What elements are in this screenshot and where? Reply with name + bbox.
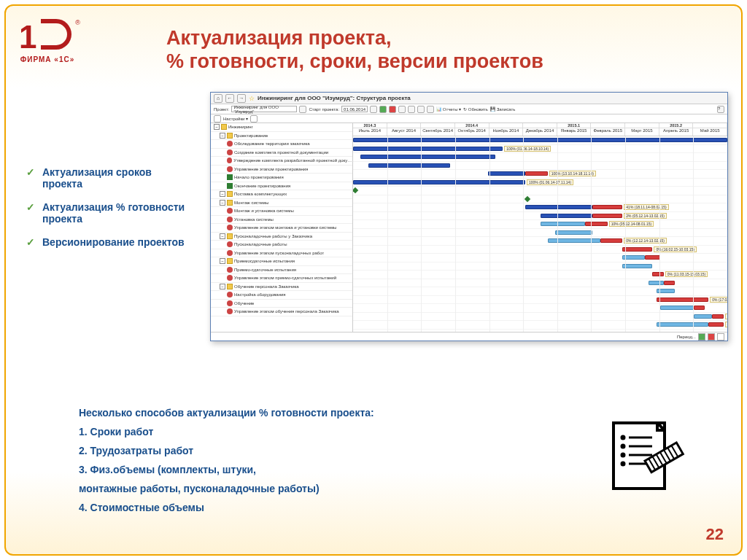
gantt-bar[interactable] bbox=[548, 238, 600, 243]
expand-icon[interactable]: − bbox=[220, 191, 225, 197]
green-icon[interactable] bbox=[379, 106, 387, 113]
wrench-icon[interactable] bbox=[214, 115, 221, 122]
milestone-icon[interactable] bbox=[525, 195, 530, 201]
gantt-bar[interactable] bbox=[660, 306, 694, 310]
tree-row[interactable]: Управление этапом монтажа и установки си… bbox=[211, 224, 352, 233]
flag-icon bbox=[227, 183, 233, 189]
gantt-bar[interactable]: 10% (05.12.14-08.01.15) bbox=[585, 222, 608, 226]
gantt-bar[interactable] bbox=[622, 264, 652, 268]
gantt-bar[interactable]: 0% (11.03.15-15.03.15) bbox=[652, 272, 663, 276]
tree-row[interactable]: −Монтаж системы bbox=[211, 199, 352, 208]
footer-icon[interactable] bbox=[698, 333, 705, 341]
tree-row[interactable]: Начало проектирования bbox=[211, 174, 352, 182]
gantt-bar[interactable] bbox=[645, 255, 660, 260]
star-icon[interactable]: ☆ bbox=[249, 95, 255, 102]
gantt-bar[interactable]: 100% (01.06.14-18.10.14) bbox=[353, 147, 503, 151]
slide-frame: 1 ® ФИРМА «1С» Актуализация проекта, % г… bbox=[4, 4, 743, 556]
gantt-bar[interactable] bbox=[368, 163, 451, 168]
expand-icon[interactable]: − bbox=[220, 258, 225, 264]
milestone-icon[interactable] bbox=[353, 187, 358, 193]
gantt-bar[interactable]: 0% (17.03.15-27.04.15) bbox=[657, 298, 709, 302]
expand-icon[interactable]: − bbox=[220, 133, 225, 139]
tree-row[interactable]: −Обучение персонала Заказчика bbox=[211, 283, 352, 292]
tree-row[interactable]: −Поставка комплектующих bbox=[211, 190, 352, 199]
gantt-bar[interactable] bbox=[541, 222, 586, 226]
gantt-bar[interactable]: 0% (12.12.14-13.02.15) bbox=[600, 238, 623, 243]
settings-link[interactable]: Настройки ▾ bbox=[223, 116, 248, 121]
gantt-bar[interactable]: 0% (16.02.15-10.03.15) bbox=[622, 247, 652, 252]
expand-icon[interactable]: − bbox=[220, 284, 225, 289]
gantt-bar[interactable]: 2% (14.04.15-27.04.15) bbox=[712, 314, 723, 319]
expand-icon[interactable]: − bbox=[220, 233, 225, 239]
tool-icon[interactable] bbox=[417, 106, 425, 113]
forward-icon[interactable]: → bbox=[237, 94, 246, 103]
tree-row[interactable]: Окончание проектирования bbox=[211, 182, 352, 191]
footer-icon[interactable] bbox=[717, 333, 724, 341]
tool-icon[interactable] bbox=[408, 106, 415, 113]
gantt-bar[interactable]: 41% (18.11.14-08.02.15) bbox=[592, 205, 622, 209]
project-field[interactable]: Инжиниринг для ООО "Изумруд" bbox=[231, 106, 297, 112]
gantt-bar[interactable]: 100% (13.10.14-18.11.14) bbox=[525, 171, 548, 176]
tree-row[interactable]: Управление этапом пусконаладочных работ bbox=[211, 249, 352, 258]
gantt-row: 0% (12.12.14-13.02.15) bbox=[353, 237, 727, 246]
gantt-bar[interactable] bbox=[694, 306, 705, 310]
period-button[interactable]: Период... bbox=[677, 335, 696, 339]
folder-icon bbox=[227, 233, 233, 239]
tree-row[interactable]: −Инжиниринг bbox=[211, 123, 352, 132]
help-icon[interactable]: ? bbox=[717, 106, 724, 113]
gantt-bar[interactable] bbox=[555, 230, 592, 235]
tool-icon[interactable] bbox=[250, 115, 258, 122]
gantt-bar[interactable]: 47% (01.06.14-27.04.15) bbox=[353, 138, 727, 142]
tree-row[interactable]: Управление этапом обучения персонала Зак… bbox=[211, 308, 352, 316]
tree-row[interactable]: Создание комплекта проектной документаци… bbox=[211, 149, 352, 158]
footer-icon[interactable] bbox=[708, 333, 715, 341]
tree-row[interactable]: Утверждение комплекта разработанной прое… bbox=[211, 157, 352, 166]
gantt-bar[interactable] bbox=[488, 171, 525, 176]
reports-link[interactable]: 📊 Отчеты ▾ bbox=[436, 106, 461, 112]
tree-row[interactable]: Пусконаладочные работы bbox=[211, 241, 352, 249]
gantt-bar[interactable] bbox=[694, 314, 713, 319]
gear-icon bbox=[227, 208, 233, 214]
gantt-bar[interactable]: 100% (01.06.14-17.11.14) bbox=[353, 180, 525, 184]
gantt-bar[interactable] bbox=[525, 205, 592, 209]
tree-row[interactable]: Управление этапом приемо-сдаточных испыт… bbox=[211, 274, 352, 283]
back-icon[interactable]: ← bbox=[225, 94, 234, 103]
expand-icon[interactable]: − bbox=[214, 124, 220, 130]
logo-text: ФИРМА «1С» bbox=[19, 55, 76, 63]
gantt-chart[interactable]: 2014.3Июль 2014 Август 2014 Сентябрь 201… bbox=[353, 123, 727, 332]
gantt-bar[interactable] bbox=[541, 214, 593, 218]
gantt-bar[interactable]: 2% (05.12.14-13.02.15) bbox=[592, 214, 622, 218]
tree-row[interactable]: −Пусконаладочные работы у Заказчика bbox=[211, 233, 352, 241]
tree-row[interactable]: Обучение bbox=[211, 300, 352, 308]
gear-icon bbox=[227, 250, 233, 256]
expand-icon[interactable]: − bbox=[220, 200, 225, 206]
home-icon[interactable]: ⌂ bbox=[214, 94, 222, 103]
tree-row[interactable]: Настройка оборудования bbox=[211, 291, 352, 300]
red-icon[interactable] bbox=[389, 106, 396, 113]
task-tree[interactable]: −Инжиниринг−ПроектированиеОбследование т… bbox=[211, 123, 353, 332]
gantt-row bbox=[353, 162, 727, 171]
tree-row[interactable]: Обследование территории заказчика bbox=[211, 140, 352, 149]
tool-icon[interactable] bbox=[370, 106, 377, 113]
start-date-field[interactable]: 01.06.2014 bbox=[341, 106, 368, 112]
tree-row[interactable]: −Приемосдаточные испытания bbox=[211, 257, 352, 266]
window-title: Инжиниринг для ООО "Изумруд": Структура … bbox=[258, 95, 411, 101]
gantt-bar[interactable]: 0% (17.03.15-27.04.15) bbox=[708, 322, 724, 327]
refresh-link[interactable]: ↻ Обновить bbox=[463, 106, 488, 112]
tree-row[interactable]: Монтаж и установка системы bbox=[211, 207, 352, 216]
gear-icon bbox=[227, 217, 233, 222]
start-date-label: Старт проекта: bbox=[309, 107, 339, 112]
tree-row[interactable]: −Проектирование bbox=[211, 132, 352, 141]
clear-icon[interactable] bbox=[299, 106, 306, 113]
gantt-bar[interactable] bbox=[649, 281, 664, 285]
tool-icon[interactable] bbox=[427, 106, 434, 113]
gantt-row: 0% (17.03.15-27.04.15) bbox=[353, 321, 727, 330]
tree-row[interactable]: Приемо-сдаточные испытания bbox=[211, 266, 352, 275]
tree-row[interactable]: Установка системы bbox=[211, 216, 352, 225]
gantt-bar[interactable] bbox=[360, 155, 495, 159]
gantt-bar[interactable] bbox=[664, 281, 675, 285]
tool-icon[interactable] bbox=[398, 106, 406, 113]
gantt-bar[interactable] bbox=[657, 322, 709, 327]
tree-row[interactable]: Управление этапом проектирования bbox=[211, 166, 352, 174]
save-link[interactable]: 💾 Записать bbox=[490, 106, 515, 112]
